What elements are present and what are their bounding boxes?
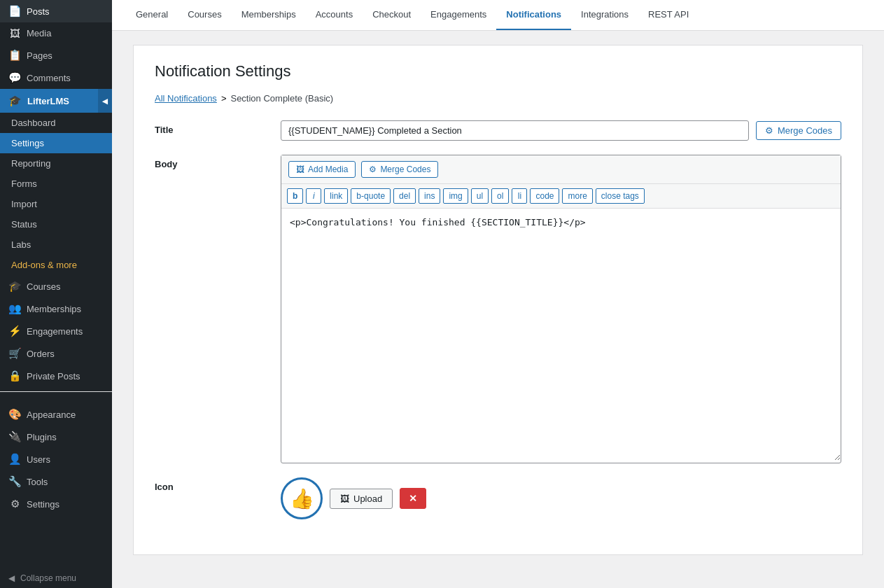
tools-icon: 🔧 bbox=[8, 475, 21, 488]
sidebar-item-comments[interactable]: 💬 Comments bbox=[0, 66, 112, 89]
format-link-button[interactable]: link bbox=[324, 188, 348, 204]
body-control-area: 🖼 Add Media ⚙ Merge Codes b i bbox=[281, 155, 841, 463]
title-input[interactable] bbox=[281, 120, 749, 141]
tab-checkout[interactable]: Checkout bbox=[363, 0, 421, 30]
tab-notifications[interactable]: Notifications bbox=[496, 0, 571, 30]
close-icon: ✕ bbox=[409, 493, 417, 504]
sidebar-item-plugins[interactable]: 🔌 Plugins bbox=[0, 426, 112, 448]
body-merge-codes-icon: ⚙ bbox=[369, 164, 377, 174]
sidebar-item-reporting[interactable]: Reporting bbox=[0, 153, 112, 174]
media-icon: 🖼 bbox=[8, 27, 21, 39]
sidebar-item-forms[interactable]: Forms bbox=[0, 174, 112, 194]
lifterlms-icon: 🎓 bbox=[8, 94, 22, 107]
body-label: Body bbox=[155, 155, 267, 169]
sidebar-item-labs[interactable]: Labs bbox=[0, 234, 112, 255]
body-form-row: Body 🖼 Add Media ⚙ Merge Codes bbox=[155, 155, 841, 463]
format-ol-button[interactable]: ol bbox=[491, 188, 509, 204]
sidebar: 📄 Posts 🖼 Media 📋 Pages 💬 Comments 🎓 Lif… bbox=[0, 0, 112, 588]
engagements-icon: ⚡ bbox=[8, 325, 21, 337]
sidebar-item-settings[interactable]: Settings bbox=[0, 133, 112, 153]
upload-icon: 🖼 bbox=[340, 493, 349, 504]
format-ins-button[interactable]: ins bbox=[419, 188, 440, 204]
format-img-button[interactable]: img bbox=[443, 188, 468, 204]
title-control-area: ⚙ Merge Codes bbox=[281, 120, 841, 141]
title-form-row: Title ⚙ Merge Codes bbox=[155, 120, 841, 141]
body-merge-codes-button[interactable]: ⚙ Merge Codes bbox=[361, 161, 438, 178]
remove-icon-button[interactable]: ✕ bbox=[400, 488, 426, 509]
lifterlms-arrow-icon: ◀ bbox=[98, 89, 112, 113]
icon-row: 👍 🖼 Upload ✕ bbox=[281, 477, 841, 519]
sidebar-item-pages[interactable]: 📋 Pages bbox=[0, 44, 112, 66]
sidebar-item-import[interactable]: Import bbox=[0, 194, 112, 214]
body-editor[interactable]: <p>Congratulations! You finished {{SECTI… bbox=[281, 209, 841, 461]
format-b-button[interactable]: b bbox=[287, 188, 303, 204]
content-area: Notification Settings All Notifications … bbox=[112, 31, 884, 588]
format-more-button[interactable]: more bbox=[562, 188, 592, 204]
format-code-button[interactable]: code bbox=[530, 188, 559, 204]
sidebar-item-appearance[interactable]: 🎨 Appearance bbox=[0, 403, 112, 426]
pages-icon: 📋 bbox=[8, 49, 21, 62]
orders-icon: 🛒 bbox=[8, 347, 21, 360]
main-area: General Courses Memberships Accounts Che… bbox=[112, 0, 884, 588]
upload-button[interactable]: 🖼 Upload bbox=[330, 489, 393, 509]
breadcrumb-link[interactable]: All Notifications bbox=[155, 93, 217, 104]
sidebar-item-addons[interactable]: Add-ons & more bbox=[0, 255, 112, 275]
breadcrumb: All Notifications > Section Complete (Ba… bbox=[155, 93, 841, 104]
sidebar-item-status[interactable]: Status bbox=[0, 214, 112, 234]
comments-icon: 💬 bbox=[8, 71, 21, 84]
title-row: ⚙ Merge Codes bbox=[281, 120, 841, 141]
posts-icon: 📄 bbox=[8, 5, 21, 18]
sidebar-item-dashboard[interactable]: Dashboard bbox=[0, 113, 112, 133]
editor-toolbar-top: 🖼 Add Media ⚙ Merge Codes bbox=[281, 155, 841, 184]
icon-preview: 👍 bbox=[281, 477, 323, 519]
format-bquote-button[interactable]: b-quote bbox=[351, 188, 391, 204]
editor-wrapper: 🖼 Add Media ⚙ Merge Codes b i bbox=[281, 155, 841, 463]
format-i-button[interactable]: i bbox=[306, 188, 321, 204]
editor-format-bar: b i link b-quote del ins img ul ol li co… bbox=[281, 184, 841, 209]
icon-emoji: 👍 bbox=[290, 487, 314, 510]
breadcrumb-current: Section Complete (Basic) bbox=[230, 93, 333, 104]
tab-courses[interactable]: Courses bbox=[178, 0, 231, 30]
users-icon: 👤 bbox=[8, 453, 21, 465]
title-merge-codes-button[interactable]: ⚙ Merge Codes bbox=[756, 121, 841, 140]
sidebar-lifterlms[interactable]: 🎓 LifterLMS ◀ bbox=[0, 89, 112, 113]
merge-codes-icon: ⚙ bbox=[765, 125, 773, 136]
tab-general[interactable]: General bbox=[126, 0, 178, 30]
memberships-icon: 👥 bbox=[8, 302, 21, 315]
icon-label: Icon bbox=[155, 477, 267, 492]
page-card: Notification Settings All Notifications … bbox=[133, 45, 863, 555]
sidebar-item-private-posts[interactable]: 🔒 Private Posts bbox=[0, 365, 112, 387]
tab-accounts[interactable]: Accounts bbox=[306, 0, 363, 30]
format-close-tags-button[interactable]: close tags bbox=[596, 188, 645, 204]
sidebar-item-orders[interactable]: 🛒 Orders bbox=[0, 342, 112, 365]
tab-integrations[interactable]: Integrations bbox=[571, 0, 638, 30]
page-title: Notification Settings bbox=[155, 62, 841, 80]
sidebar-item-memberships[interactable]: 👥 Memberships bbox=[0, 298, 112, 320]
collapse-menu-button[interactable]: ◀ Collapse menu bbox=[0, 568, 112, 588]
add-media-button[interactable]: 🖼 Add Media bbox=[288, 161, 356, 178]
plugins-icon: 🔌 bbox=[8, 430, 21, 443]
add-media-icon: 🖼 bbox=[296, 164, 304, 174]
icon-form-row: Icon 👍 🖼 Upload ✕ bbox=[155, 477, 841, 519]
private-posts-icon: 🔒 bbox=[8, 370, 21, 382]
sidebar-submenu: Dashboard Settings Reporting Forms Impor… bbox=[0, 113, 112, 275]
tab-engagements[interactable]: Engagements bbox=[421, 0, 496, 30]
sidebar-item-users[interactable]: 👤 Users bbox=[0, 448, 112, 470]
topnav: General Courses Memberships Accounts Che… bbox=[112, 0, 884, 31]
title-label: Title bbox=[155, 120, 267, 135]
sidebar-item-settings2[interactable]: ⚙ Settings bbox=[0, 493, 112, 515]
sidebar-item-media[interactable]: 🖼 Media bbox=[0, 22, 112, 44]
format-li-button[interactable]: li bbox=[512, 188, 527, 204]
sidebar-item-posts[interactable]: 📄 Posts bbox=[0, 0, 112, 22]
sidebar-item-engagements[interactable]: ⚡ Engagements bbox=[0, 320, 112, 342]
courses-icon: 🎓 bbox=[8, 280, 21, 293]
tab-rest-api[interactable]: REST API bbox=[638, 0, 699, 30]
sidebar-item-tools[interactable]: 🔧 Tools bbox=[0, 470, 112, 493]
icon-control-area: 👍 🖼 Upload ✕ bbox=[281, 477, 841, 519]
breadcrumb-separator: > bbox=[221, 93, 227, 104]
collapse-arrow-icon: ◀ bbox=[8, 573, 15, 583]
format-ul-button[interactable]: ul bbox=[471, 188, 489, 204]
format-del-button[interactable]: del bbox=[393, 188, 416, 204]
sidebar-item-courses[interactable]: 🎓 Courses bbox=[0, 275, 112, 298]
tab-memberships[interactable]: Memberships bbox=[232, 0, 306, 30]
